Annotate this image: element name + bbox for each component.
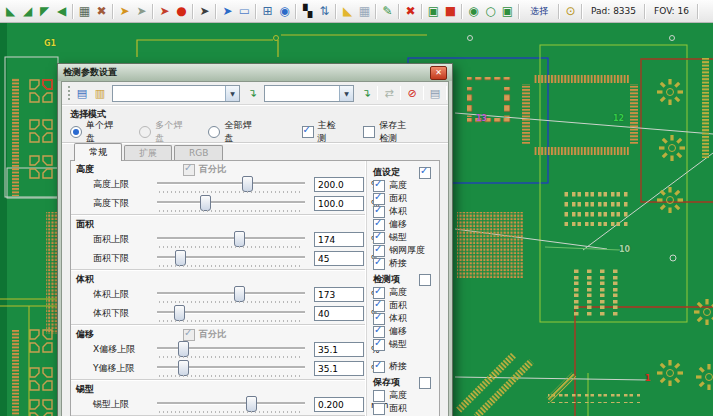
checkbox-icon[interactable] <box>373 339 385 351</box>
pin-orange-icon[interactable]: ➤ <box>116 3 133 20</box>
slider-thumb[interactable] <box>242 176 253 192</box>
grid-icon[interactable]: ▦ <box>356 3 373 20</box>
check-item[interactable]: 面积 <box>373 402 435 415</box>
pin-blue-icon[interactable]: ➤ <box>219 3 236 20</box>
param-slider[interactable] <box>157 397 305 413</box>
param-value-input[interactable] <box>314 361 364 376</box>
close-button[interactable]: ✕ <box>430 66 447 80</box>
checkbox-icon[interactable] <box>373 258 385 270</box>
square-dot-icon[interactable]: ▣ <box>499 3 516 20</box>
slider-thumb[interactable] <box>175 250 186 266</box>
tab-rgb[interactable]: RGB <box>174 145 223 161</box>
checkbox-icon[interactable] <box>302 126 314 138</box>
checklist-header-checkbox[interactable] <box>419 167 431 179</box>
slider-thumb[interactable] <box>178 360 189 376</box>
checklist-header-checkbox[interactable] <box>419 377 431 389</box>
pin-gray-icon[interactable]: ➤ <box>133 3 150 20</box>
chevron-down-icon[interactable]: ▼ <box>225 86 239 101</box>
tab-general[interactable]: 常规 <box>74 143 122 161</box>
param-slider[interactable] <box>157 342 305 358</box>
map-marker-icon[interactable]: ● <box>173 3 190 20</box>
import-icon-2[interactable]: ↴ <box>357 85 375 101</box>
tab-extended[interactable]: 扩展 <box>124 145 172 161</box>
main-toolbar: ◣◢◤◀▦✖➤➤➤●➤➤▭⊞◉▚⇅◣▦✎✖▣■◉○▣ 选择 ⊙ Pad: 833… <box>0 0 713 23</box>
pad-mode-radio-0[interactable]: 单个焊盘 <box>70 119 113 145</box>
selection-rect-icon[interactable]: ▭ <box>236 3 253 20</box>
set-square-icon[interactable]: ◣ <box>339 3 356 20</box>
green-cone-icon[interactable]: ◀ <box>53 3 70 20</box>
param-value-input[interactable] <box>314 251 364 266</box>
apply-green-icon[interactable]: ▣ <box>425 3 442 20</box>
slider-thumb[interactable] <box>234 231 245 247</box>
checkbox-icon[interactable] <box>373 361 385 373</box>
sort-az-icon[interactable]: ⇅ <box>316 3 333 20</box>
pin-red-icon[interactable]: ➤ <box>156 3 173 20</box>
photo-icon[interactable]: ▦ <box>76 3 93 20</box>
slider-ticks <box>159 356 303 358</box>
preset-combo-2[interactable]: ▼ <box>264 85 354 102</box>
radio-icon <box>139 126 151 138</box>
param-value-input[interactable] <box>314 306 364 321</box>
green-sail2-icon[interactable]: ◢ <box>19 3 36 20</box>
pad-matrix-icon[interactable]: ⊞ <box>259 3 276 20</box>
param-value-input[interactable] <box>314 287 364 302</box>
slider-thumb[interactable] <box>234 286 245 302</box>
chart-edit-icon[interactable]: ✎ <box>379 3 396 20</box>
save-icon[interactable]: ▤ <box>73 85 91 101</box>
magnifier-icon[interactable]: ⊙ <box>562 3 579 20</box>
delete-icon[interactable]: ✖ <box>402 3 419 20</box>
circle-icon[interactable]: ○ <box>482 3 499 20</box>
param-slider[interactable] <box>157 177 305 193</box>
mode-checkbox-0[interactable]: 主检测 <box>302 119 338 145</box>
toolbar-grip[interactable] <box>68 86 70 100</box>
checklist-header-checkbox[interactable] <box>419 274 431 286</box>
param-slider[interactable] <box>157 306 305 322</box>
select-mode-label[interactable]: 选择 <box>530 5 548 18</box>
block-icon[interactable]: ⊘ <box>403 85 421 101</box>
save-disk-icon[interactable]: ▤ <box>426 85 444 101</box>
chevron-down-icon[interactable]: ▼ <box>339 86 353 101</box>
green-sail-icon[interactable]: ◣ <box>2 3 19 20</box>
slider-thumb[interactable] <box>178 341 189 357</box>
param-value-input[interactable] <box>314 232 364 247</box>
slider-thumb[interactable] <box>246 396 257 412</box>
radio-icon[interactable] <box>70 126 82 138</box>
check-item[interactable]: 桥接 <box>373 257 435 270</box>
param-value-input[interactable] <box>314 177 364 192</box>
param-slider[interactable] <box>157 196 305 212</box>
check-item[interactable]: 锡型 <box>373 338 435 351</box>
mode-section: 选择模式 单个焊盘多个焊盘全部焊盘 主检测保存主检测 <box>62 105 448 143</box>
param-slider[interactable] <box>157 361 305 377</box>
checkbox-icon[interactable] <box>373 390 385 402</box>
check-item[interactable]: 桥接 <box>373 360 435 373</box>
green-prism-icon[interactable]: ◤ <box>36 3 53 20</box>
param-label: 面积下限 <box>93 252 157 265</box>
radio-icon[interactable] <box>208 126 220 138</box>
wrench-icon[interactable]: ✖ <box>93 3 110 20</box>
mode-checkbox-1[interactable]: 保存主检测 <box>363 119 414 145</box>
record-icon[interactable]: ◉ <box>465 3 482 20</box>
dialog-titlebar[interactable]: 检测参数设置 ✕ <box>58 64 452 81</box>
check-item[interactable]: 高度 <box>373 389 435 402</box>
param-value-input[interactable] <box>314 342 364 357</box>
preset-combo-1[interactable]: ▼ <box>112 85 240 102</box>
checkbox-icon[interactable] <box>373 403 385 415</box>
quad-squares-icon[interactable]: ▚ <box>299 3 316 20</box>
stop-red-icon[interactable]: ■ <box>442 3 459 20</box>
compare-icon[interactable]: ⇄ <box>380 85 398 101</box>
param-slider[interactable] <box>157 251 305 267</box>
export-page-icon[interactable]: ▥ <box>91 85 109 101</box>
param-value-input[interactable] <box>314 196 364 211</box>
import-icon[interactable]: ↴ <box>243 85 261 101</box>
slider-thumb[interactable] <box>174 305 185 321</box>
param-slider[interactable] <box>157 232 305 248</box>
checkbox-icon[interactable] <box>363 126 375 138</box>
slider-thumb[interactable] <box>200 195 211 211</box>
pin-black-icon[interactable]: ➤ <box>196 3 213 20</box>
param-value-input[interactable] <box>314 397 364 412</box>
camera-icon[interactable]: ◉ <box>276 3 293 20</box>
param-slider[interactable] <box>157 287 305 303</box>
check-item-label: 高度 <box>389 286 407 299</box>
pad-mode-radio-2[interactable]: 全部焊盘 <box>208 119 251 145</box>
general-tab-panel: 高度百分比高度上限%高度下限%面积面积上限%面积下限%体积体积上限%体积下限%偏… <box>70 160 440 416</box>
